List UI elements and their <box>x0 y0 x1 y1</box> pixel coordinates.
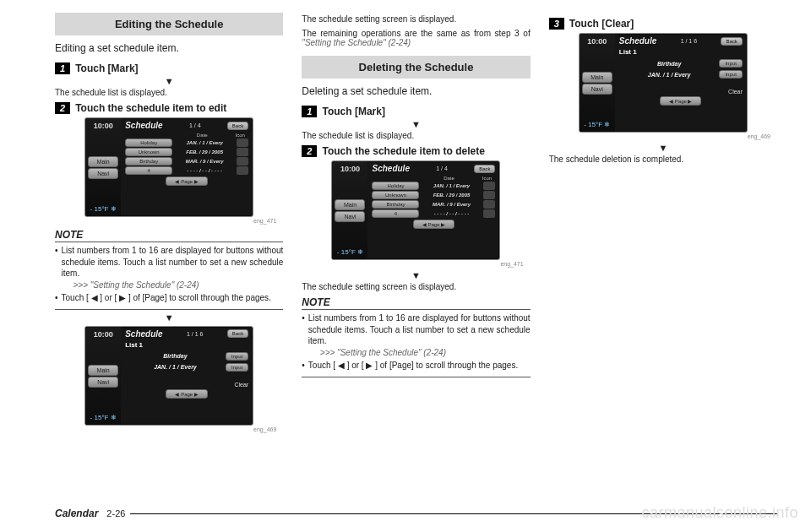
detail-name: Birthday <box>619 61 720 67</box>
screenshot-schedule-detail: 10:00 Main Navi - 15°F ❄ Schedule 1 / 1 … <box>579 33 748 133</box>
note-text: List numbers from 1 to 16 are displayed … <box>62 246 284 278</box>
page-button[interactable]: ◀ Page ▶ <box>166 176 207 186</box>
step-result: The schedule setting screen is displayed… <box>302 282 530 291</box>
date-value: FEB. / 29 / 2005 <box>176 149 233 155</box>
down-triangle-icon: ▼ <box>55 312 283 323</box>
clear-button[interactable]: Clear <box>728 89 743 95</box>
step-1: 1 Touch [Mark] <box>55 62 283 74</box>
navi-button[interactable]: Navi <box>88 377 118 388</box>
screen-title: Schedule <box>125 121 162 130</box>
navi-button[interactable]: Navi <box>88 168 118 179</box>
col-date: Date <box>422 176 475 181</box>
step-result: The schedule list is displayed. <box>302 131 530 140</box>
step-number: 2 <box>302 145 317 157</box>
watermark: carmanualsonline.info <box>641 504 798 522</box>
screenshot-schedule-detail: 10:00 Main Navi - 15°F ❄ Schedule 1 / 1 … <box>84 326 253 426</box>
note-heading: NOTE <box>55 229 283 242</box>
screen-title: Schedule <box>125 329 162 339</box>
list-number: List 1 <box>125 341 248 349</box>
date-value: MAR. / 9 / Every <box>422 202 480 207</box>
page-indicator: 1 / 1 6 <box>681 38 697 44</box>
down-triangle-icon: ▼ <box>302 119 530 129</box>
page-indicator: 1 / 4 <box>436 166 448 171</box>
note-list: List numbers from 1 to 16 are displayed … <box>302 312 530 377</box>
list-item[interactable]: 4 <box>372 209 419 218</box>
entry-icon <box>237 157 248 166</box>
entry-icon <box>483 200 495 209</box>
main-button[interactable]: Main <box>88 156 118 167</box>
clear-button[interactable]: Clear <box>234 382 248 388</box>
step-result: The schedule list is displayed. <box>55 88 283 97</box>
step-result: The schedule deletion is completed. <box>549 155 777 164</box>
entry-icon <box>483 191 495 199</box>
down-triangle-icon: ▼ <box>549 143 777 153</box>
input-button[interactable]: Input <box>226 363 248 372</box>
page-indicator: 1 / 1 6 <box>187 331 203 337</box>
note-list: List numbers from 1 to 16 are displayed … <box>55 245 283 310</box>
footer-page-number: 2-26 <box>106 508 125 518</box>
detail-name: Birthday <box>125 353 226 359</box>
detail-date: JAN. / 1 / Every <box>619 72 720 78</box>
column-2: The schedule setting screen is displayed… <box>302 13 530 436</box>
entry-icon <box>237 148 248 156</box>
step-label: Touch [Clear] <box>569 18 634 30</box>
list-item[interactable]: Holiday <box>372 182 419 190</box>
step-number: 1 <box>55 62 70 74</box>
back-button[interactable]: Back <box>474 165 495 173</box>
step-label: Touch the schedule item to edit <box>75 102 226 114</box>
navi-button[interactable]: Navi <box>582 84 612 95</box>
figure-caption: eng_471 <box>302 261 523 267</box>
page-button[interactable]: ◀ Page ▶ <box>660 96 701 106</box>
col-icon: Icon <box>231 133 248 138</box>
section-title-deleting: Deleting the Schedule <box>302 56 530 79</box>
list-item[interactable]: Unknown <box>372 191 419 199</box>
date-value: JAN. / 1 / Every <box>422 183 480 188</box>
main-button[interactable]: Main <box>582 72 612 83</box>
input-button[interactable]: Input <box>719 70 742 79</box>
list-item[interactable]: Birthday <box>125 157 172 166</box>
temperature: - 15°F ❄ <box>88 205 118 213</box>
step-number: 1 <box>302 106 317 117</box>
navi-button[interactable]: Navi <box>335 211 365 222</box>
entry-icon <box>483 209 495 218</box>
detail-date: JAN. / 1 / Every <box>125 364 226 370</box>
step-3: 3 Touch [Clear] <box>549 18 777 30</box>
entry-icon <box>237 138 248 147</box>
back-button[interactable]: Back <box>227 122 248 130</box>
back-button[interactable]: Back <box>721 37 742 46</box>
page-button[interactable]: ◀ Page ▶ <box>166 389 207 399</box>
col-date: Date <box>176 133 228 138</box>
entry-icon <box>483 182 495 190</box>
page-button[interactable]: ◀ Page ▶ <box>413 220 454 229</box>
main-button[interactable]: Main <box>335 199 365 210</box>
step-2: 2 Touch the schedule item to delete <box>302 145 530 157</box>
screenshot-schedule-list: 10:00 Main Navi - 15°F ❄ Schedule 1 / 4 … <box>331 160 500 260</box>
list-item[interactable]: Unknown <box>125 148 172 156</box>
step-number: 3 <box>549 18 564 30</box>
input-button[interactable]: Input <box>226 352 248 361</box>
list-number: List 1 <box>619 48 743 56</box>
list-item[interactable]: Birthday <box>372 200 419 209</box>
note-text: Touch [ ◀ ] or [ ▶ ] of [Page] to scroll… <box>62 292 271 304</box>
temperature: - 15°F ❄ <box>88 414 118 421</box>
col-icon: Icon <box>478 176 495 181</box>
step-number: 2 <box>55 102 70 114</box>
note-text: Touch [ ◀ ] or [ ▶ ] of [Page] to scroll… <box>308 360 518 372</box>
clock: 10:00 <box>582 37 612 46</box>
continuation-text: The remaining operations are the same as… <box>302 29 530 47</box>
intro-text: Editing a set schedule item. <box>55 42 283 54</box>
down-triangle-icon: ▼ <box>302 270 530 280</box>
back-button[interactable]: Back <box>227 329 248 338</box>
screen-title: Schedule <box>372 164 409 173</box>
temperature: - 15°F ❄ <box>335 248 365 256</box>
date-value: - - - - / - - / - - - - <box>422 211 480 216</box>
list-item[interactable]: 4 <box>125 166 172 175</box>
entry-icon <box>237 166 248 175</box>
main-button[interactable]: Main <box>88 365 118 376</box>
note-ref: >>> "Setting the Schedule" (2-24) <box>320 348 446 357</box>
input-button[interactable]: Input <box>719 59 742 68</box>
column-3: 3 Touch [Clear] 10:00 Main Navi - 15°F ❄… <box>549 13 777 436</box>
list-item[interactable]: Holiday <box>125 138 172 147</box>
continuation-text: The schedule setting screen is displayed… <box>302 14 530 24</box>
date-value: - - - - / - - / - - - - <box>176 168 233 173</box>
